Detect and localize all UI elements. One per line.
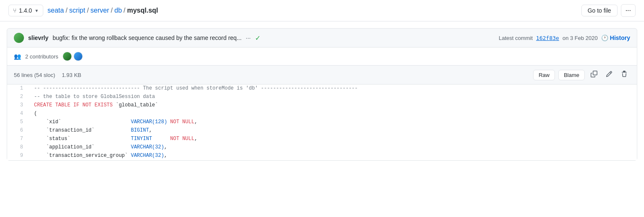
file-tools: Raw Blame xyxy=(533,69,630,81)
line-content-8: `application_id` VARCHAR(32), xyxy=(27,143,174,151)
code-line-3: 3 CREATE TABLE IF NOT EXISTS `global_tab… xyxy=(7,101,637,110)
history-label: History xyxy=(610,34,630,41)
code-area: 1 -- -------------------------------- Th… xyxy=(7,85,637,160)
breadcrumb-current: mysql.sql xyxy=(127,7,158,14)
breadcrumb-sep-3: / xyxy=(111,7,113,14)
contributor-avatar-2[interactable] xyxy=(74,52,83,61)
avatar xyxy=(14,33,24,43)
code-line-7: 7 `status` TINYINT NOT NULL, xyxy=(7,135,637,143)
line-content-3: CREATE TABLE IF NOT EXISTS `global_table… xyxy=(27,101,165,109)
line-content-6: `transaction_id` BIGINT, xyxy=(27,127,159,135)
breadcrumb-script[interactable]: script xyxy=(69,7,85,14)
file-viewer: 56 lines (54 sloc) 1.93 KB Raw Blame 1 -… xyxy=(7,66,637,161)
file-header: 56 lines (54 sloc) 1.93 KB Raw Blame xyxy=(7,66,637,85)
line-content-9: `transaction_service_group` VARCHAR(32), xyxy=(27,152,174,160)
code-line-8: 8 `application_id` VARCHAR(32), xyxy=(7,143,637,152)
breadcrumb-sep-2: / xyxy=(87,7,89,14)
file-size: 1.93 KB xyxy=(62,72,81,78)
history-icon: 🕐 xyxy=(601,34,608,41)
commit-author[interactable]: slievrly xyxy=(28,34,48,41)
branch-selector[interactable]: ⑂ 1.4.0 ▼ xyxy=(8,5,43,16)
breadcrumb: seata / script / server / db / mysql.sql xyxy=(47,7,158,14)
line-num-2[interactable]: 2 xyxy=(7,93,27,101)
commit-right: Latest commit 162f83e on 3 Feb 2020 🕐 Hi… xyxy=(499,34,630,41)
go-to-file-button[interactable]: Go to file xyxy=(581,5,618,16)
copy-raw-button[interactable] xyxy=(588,69,600,81)
commit-message: bugfix: fix the wrong rollback sequence … xyxy=(53,34,242,41)
breadcrumb-db[interactable]: db xyxy=(114,7,122,14)
commit-left: slievrly bugfix: fix the wrong rollback … xyxy=(14,33,260,43)
file-stats: 56 lines (54 sloc) 1.93 KB xyxy=(14,72,81,78)
file-lines: 56 lines (54 sloc) xyxy=(14,72,55,78)
line-content-7: `status` TINYINT NOT NULL, xyxy=(27,135,204,143)
code-line-1: 1 -- -------------------------------- Th… xyxy=(7,85,637,93)
fork-icon: ⑂ xyxy=(13,7,16,14)
line-num-1[interactable]: 1 xyxy=(7,85,27,93)
top-bar-left: ⑂ 1.4.0 ▼ seata / script / server / db /… xyxy=(8,5,158,16)
line-content-5: `xid` VARCHAR(128) NOT NULL, xyxy=(27,118,204,126)
code-line-6: 6 `transaction_id` BIGINT, xyxy=(7,127,637,135)
code-line-2: 2 -- the table to store GlobalSession da… xyxy=(7,93,637,101)
commit-ellipsis[interactable]: ··· xyxy=(246,34,251,41)
branch-name: 1.4.0 xyxy=(19,7,32,14)
blame-button[interactable]: Blame xyxy=(558,70,585,80)
code-line-5: 5 `xid` VARCHAR(128) NOT NULL, xyxy=(7,118,637,127)
line-num-5[interactable]: 5 xyxy=(7,118,27,126)
line-num-6[interactable]: 6 xyxy=(7,127,27,135)
commit-hash[interactable]: 162f83e xyxy=(536,35,559,41)
line-num-3[interactable]: 3 xyxy=(7,101,27,109)
check-icon: ✓ xyxy=(255,34,260,42)
avatar-image xyxy=(14,33,24,43)
raw-button[interactable]: Raw xyxy=(533,70,555,80)
line-num-4[interactable]: 4 xyxy=(7,110,27,118)
breadcrumb-seata[interactable]: seata xyxy=(47,7,64,14)
edit-button[interactable] xyxy=(603,69,615,81)
line-num-9[interactable]: 9 xyxy=(7,152,27,160)
top-bar-right: Go to file ··· xyxy=(581,4,636,17)
contributors-bar: 👥 2 contributors xyxy=(7,48,637,66)
contributor-avatars xyxy=(63,52,83,61)
code-line-4: 4 ( xyxy=(7,110,637,118)
contributors-count: 2 contributors xyxy=(25,53,58,60)
code-line-9: 9 `transaction_service_group` VARCHAR(32… xyxy=(7,152,637,160)
latest-commit-label: Latest commit xyxy=(499,35,533,41)
commit-bar: slievrly bugfix: fix the wrong rollback … xyxy=(7,28,637,48)
contributor-avatar-1[interactable] xyxy=(63,52,72,61)
breadcrumb-sep-1: / xyxy=(66,7,67,14)
top-bar: ⑂ 1.4.0 ▼ seata / script / server / db /… xyxy=(0,0,644,21)
delete-button[interactable] xyxy=(618,69,630,81)
chevron-down-icon: ▼ xyxy=(34,8,39,13)
breadcrumb-server[interactable]: server xyxy=(90,7,109,14)
line-content-1: -- -------------------------------- The … xyxy=(27,85,365,93)
commit-date: on 3 Feb 2020 xyxy=(563,35,598,41)
breadcrumb-sep-4: / xyxy=(124,7,125,14)
history-link[interactable]: 🕐 History xyxy=(601,34,630,41)
line-content-4: ( xyxy=(27,110,44,118)
line-num-7[interactable]: 7 xyxy=(7,135,27,143)
line-content-2: -- the table to store GlobalSession data xyxy=(27,93,162,101)
more-options-button[interactable]: ··· xyxy=(621,4,636,17)
contributors-icon: 👥 xyxy=(14,53,21,60)
line-num-8[interactable]: 8 xyxy=(7,143,27,151)
